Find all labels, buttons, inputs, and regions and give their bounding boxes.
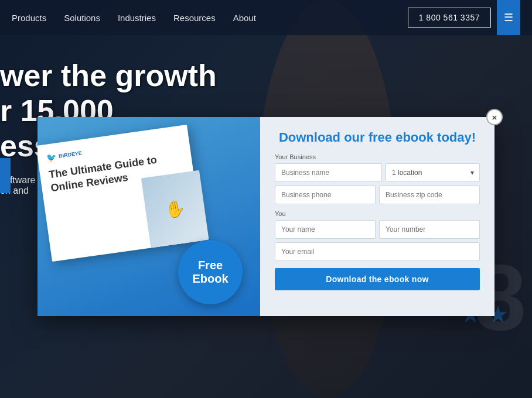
location-select[interactable]: 1 location 2-5 locations 6-10 locations … (386, 163, 480, 182)
modal-overlay: × 🐦 BIRDEYE The Ultimate Guide to Online… (0, 0, 532, 398)
form-row-phone-zip (275, 186, 480, 204)
bird-icon: 🐦 (46, 152, 57, 162)
form-row-business-name-location: 1 location 2-5 locations 6-10 locations … (275, 163, 480, 182)
your-number-input[interactable] (379, 220, 480, 239)
book-cover: 🐦 BIRDEYE The Ultimate Guide to Online R… (37, 125, 203, 262)
your-business-label: Your Business (275, 153, 480, 160)
location-select-wrapper: 1 location 2-5 locations 6-10 locations … (386, 163, 480, 182)
book-cover-image: ✋ (141, 170, 209, 248)
your-name-input[interactable] (275, 220, 376, 239)
form-row-name-number (275, 220, 480, 239)
business-phone-input[interactable] (275, 186, 376, 204)
your-email-input[interactable] (275, 242, 480, 261)
modal-title: Download our free ebook today! (275, 130, 480, 145)
business-name-input[interactable] (275, 163, 382, 182)
form-row-email (275, 242, 480, 261)
download-ebook-button[interactable]: Download the ebook now (275, 268, 480, 290)
modal-close-button[interactable]: × (486, 109, 503, 125)
modal-left-panel: 🐦 BIRDEYE The Ultimate Guide to Online R… (37, 117, 260, 316)
free-ebook-badge: Free Ebook (178, 240, 243, 304)
you-label: You (275, 210, 480, 217)
modal-form-panel: Download our free ebook today! Your Busi… (260, 117, 495, 316)
business-zip-input[interactable] (379, 186, 480, 204)
modal-container: × 🐦 BIRDEYE The Ultimate Guide to Online… (37, 117, 495, 316)
